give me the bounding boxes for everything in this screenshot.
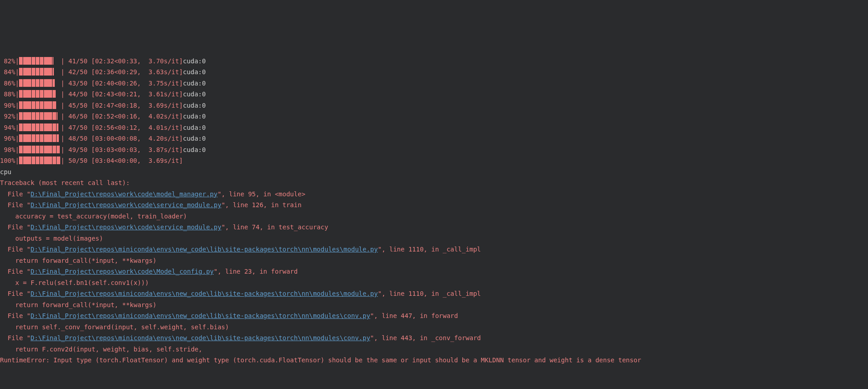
progress-device: cuda:0 [183, 135, 206, 142]
frame-code: return forward_call(*input, **kwargs) [0, 255, 868, 266]
frame-file-prefix: File " [0, 201, 30, 209]
progress-iter: 50/50 [68, 157, 87, 164]
progress-pct: 98% [0, 146, 15, 153]
frame-code: return F.conv2d(input, weight, bias, sel… [0, 344, 868, 355]
bar-left-pipe: | [15, 113, 19, 120]
bar-left-pipe: | [15, 80, 19, 87]
progress-bar [19, 57, 61, 65]
progress-timing: [03:04<00:00, 3.69s/it] [87, 157, 183, 164]
progress-timing: [02:52<00:16, 4.02s/it] [87, 113, 183, 120]
progress-pct: 94% [0, 124, 15, 131]
progress-device: cuda:0 [183, 68, 206, 76]
traceback-frame: File "D:\Final_Project\repos\work\code\m… [0, 189, 868, 200]
bar-right-pipe: | [61, 102, 68, 109]
progress-bar [19, 134, 61, 142]
progress-line: 92%|| 46/50 [02:52<00:16, 4.02s/it]cuda:… [0, 111, 868, 122]
frame-line-info: ", line 1110, in _call_impl [378, 290, 481, 297]
progress-bar [19, 146, 61, 153]
progress-timing: [03:03<00:03, 3.87s/it] [87, 146, 183, 153]
frame-file-prefix: File " [0, 190, 30, 198]
traceback-frame: File "D:\Final_Project\repos\work\code\s… [0, 199, 868, 211]
progress-bar-ticks [19, 134, 61, 142]
traceback-frame: File "D:\Final_Project\repos\miniconda\e… [0, 288, 868, 299]
progress-line: 94%|| 47/50 [02:56<00:12, 4.01s/it]cuda:… [0, 122, 868, 133]
progress-iter: 49/50 [68, 146, 87, 153]
progress-line: 82%|| 41/50 [02:32<00:33, 3.70s/it]cuda:… [0, 56, 868, 67]
progress-pct: 82% [0, 57, 15, 65]
bar-left-pipe: | [15, 90, 19, 98]
progress-bar [19, 157, 61, 164]
bar-right-pipe: | [61, 124, 68, 131]
progress-bar [19, 112, 61, 120]
progress-iter: 43/50 [68, 80, 87, 87]
bar-left-pipe: | [15, 68, 19, 76]
progress-line: 100%|| 50/50 [03:04<00:00, 3.69s/it] [0, 155, 868, 166]
progress-pct: 96% [0, 135, 15, 142]
frame-file-link[interactable]: D:\Final_Project\repos\miniconda\envs\ne… [30, 290, 378, 297]
progress-iter: 41/50 [68, 57, 87, 65]
traceback-frame: File "D:\Final_Project\repos\miniconda\e… [0, 332, 868, 344]
traceback-frame: File "D:\Final_Project\repos\miniconda\e… [0, 310, 868, 322]
progress-device: cuda:0 [183, 113, 206, 120]
frame-file-link[interactable]: D:\Final_Project\repos\miniconda\envs\ne… [30, 334, 370, 342]
progress-bar-ticks [19, 112, 61, 120]
progress-bar [19, 123, 61, 131]
frame-code: return self._conv_forward(input, self.we… [0, 322, 868, 333]
frame-line-info: ", line 443, in _conv_forward [370, 334, 481, 342]
progress-bar [19, 90, 61, 98]
frame-file-link[interactable]: D:\Final_Project\repos\work\code\service… [30, 223, 221, 231]
frame-line-info: ", line 126, in train [221, 201, 302, 209]
frame-file-link[interactable]: D:\Final_Project\repos\work\code\Model_c… [30, 268, 214, 275]
bar-right-pipe: | [61, 57, 68, 65]
progress-iter: 44/50 [68, 90, 87, 98]
progress-timing: [02:56<00:12, 4.01s/it] [87, 124, 183, 131]
progress-line: 90%|| 45/50 [02:47<00:18, 3.69s/it]cuda:… [0, 100, 868, 111]
progress-iter: 48/50 [68, 135, 87, 142]
progress-timing: [02:32<00:33, 3.70s/it] [87, 57, 183, 65]
frame-file-link[interactable]: D:\Final_Project\repos\miniconda\envs\ne… [30, 312, 370, 319]
frame-line-info: ", line 447, in forward [370, 312, 458, 319]
bar-left-pipe: | [15, 57, 19, 65]
progress-timing: [02:40<00:26, 3.75s/it] [87, 80, 183, 87]
frame-code: accuracy = test_accuracy(model, train_lo… [0, 211, 868, 222]
progress-timing: [02:43<00:21, 3.61s/it] [87, 90, 183, 98]
cpu-line: cpu [0, 166, 868, 178]
progress-timing: [02:36<00:29, 3.63s/it] [87, 68, 183, 76]
progress-bar [19, 101, 61, 109]
bar-left-pipe: | [15, 135, 19, 142]
progress-bar-ticks [19, 57, 61, 65]
frame-file-prefix: File " [0, 268, 30, 275]
progress-bar-ticks [19, 123, 61, 131]
progress-iter: 46/50 [68, 113, 87, 120]
frame-file-link[interactable]: D:\Final_Project\repos\work\code\service… [30, 201, 221, 209]
bar-right-pipe: | [61, 157, 68, 164]
progress-timing: [02:47<00:18, 3.69s/it] [87, 102, 183, 109]
frame-file-link[interactable]: D:\Final_Project\repos\work\code\model_m… [30, 190, 217, 198]
bar-right-pipe: | [61, 68, 68, 76]
progress-device: cuda:0 [183, 80, 206, 87]
frame-code: x = F.relu(self.bn1(self.conv1(x))) [0, 277, 868, 289]
progress-line: 84%|| 42/50 [02:36<00:29, 3.63s/it]cuda:… [0, 66, 868, 78]
progress-bar-ticks [19, 68, 61, 76]
bar-right-pipe: | [61, 90, 68, 98]
progress-iter: 45/50 [68, 102, 87, 109]
progress-device: cuda:0 [183, 57, 206, 65]
frame-file-prefix: File " [0, 334, 30, 342]
progress-line: 86%|| 43/50 [02:40<00:26, 3.75s/it]cuda:… [0, 78, 868, 89]
progress-line: 98%|| 49/50 [03:03<00:03, 3.87s/it]cuda:… [0, 144, 868, 156]
frame-line-info: ", line 74, in test_accuracy [221, 223, 328, 231]
bar-left-pipe: | [15, 146, 19, 153]
progress-bar-ticks [19, 157, 61, 164]
frame-code: outputs = model(images) [0, 233, 868, 244]
bar-right-pipe: | [61, 80, 68, 87]
frame-file-link[interactable]: D:\Final_Project\repos\miniconda\envs\ne… [30, 246, 378, 253]
frame-file-prefix: File " [0, 223, 30, 231]
progress-iter: 42/50 [68, 68, 87, 76]
frame-line-info: ", line 95, in <module> [217, 190, 305, 198]
frame-file-prefix: File " [0, 290, 30, 297]
progress-bar-ticks [19, 146, 61, 153]
progress-device: cuda:0 [183, 146, 206, 153]
progress-line: 88%|| 44/50 [02:43<00:21, 3.61s/it]cuda:… [0, 89, 868, 100]
progress-pct: 86% [0, 80, 15, 87]
frame-line-info: ", line 1110, in _call_impl [378, 246, 481, 253]
